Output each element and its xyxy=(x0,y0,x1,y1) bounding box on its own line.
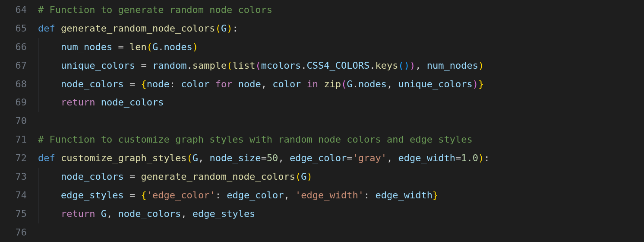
code-token xyxy=(209,79,215,89)
code-token: 'gray' xyxy=(353,153,387,163)
code-token: = xyxy=(124,190,141,201)
line-number: 70 xyxy=(0,112,27,131)
code-token: unique_colors xyxy=(398,79,473,89)
code-line[interactable]: unique_colors = random.sample(list(mcolo… xyxy=(38,57,644,75)
code-editor[interactable]: 64656667686970717273747576 # Function to… xyxy=(0,0,644,242)
code-token: ) xyxy=(410,60,415,71)
code-token: ( xyxy=(186,153,192,163)
code-token: G xyxy=(221,23,227,34)
code-token: , xyxy=(284,190,296,201)
code-token xyxy=(38,60,61,71)
code-token: : xyxy=(364,190,376,201)
line-number: 66 xyxy=(0,38,27,57)
code-token: G xyxy=(193,153,198,163)
code-line[interactable]: node_colors = generate_random_node_color… xyxy=(38,168,644,186)
code-token: ) xyxy=(478,153,484,163)
code-token: 'edge_color' xyxy=(147,190,215,201)
code-token xyxy=(38,79,61,89)
line-number: 71 xyxy=(0,131,27,149)
code-line[interactable] xyxy=(38,223,644,242)
code-token: } xyxy=(432,190,438,201)
code-token xyxy=(38,41,61,52)
code-token: ( xyxy=(147,41,152,52)
code-token: in xyxy=(307,79,319,89)
code-line[interactable]: return node_colors xyxy=(38,93,644,112)
code-token: . xyxy=(158,41,164,52)
code-token: ( xyxy=(341,79,347,89)
code-token: = xyxy=(135,60,152,71)
code-token: node_colors xyxy=(61,79,124,89)
code-token: = xyxy=(347,153,352,163)
code-token: def xyxy=(38,153,55,163)
line-number: 75 xyxy=(0,205,27,223)
code-line[interactable]: return G, node_colors, edge_styles xyxy=(38,205,644,223)
code-token: : xyxy=(215,190,227,201)
code-token: ( xyxy=(215,23,221,34)
line-number: 76 xyxy=(0,223,27,242)
code-token xyxy=(55,153,61,163)
code-token: () xyxy=(398,60,410,71)
indent-guide xyxy=(38,186,38,205)
code-line[interactable] xyxy=(38,112,644,131)
code-token: , xyxy=(107,208,118,219)
code-line[interactable]: def generate_random_node_colors(G): xyxy=(38,19,644,38)
code-line[interactable]: num_nodes = len(G.nodes) xyxy=(38,38,644,57)
code-token: for xyxy=(215,79,233,89)
indent-guide xyxy=(38,57,38,75)
line-number-gutter: 64656667686970717273747576 xyxy=(0,1,38,242)
code-token: : xyxy=(170,79,181,89)
code-token xyxy=(55,23,61,34)
code-line[interactable]: # Function to customize graph styles wit… xyxy=(38,131,644,149)
indent-guide xyxy=(38,38,38,57)
code-token: G xyxy=(101,208,107,219)
code-token: ) xyxy=(307,171,313,182)
line-number: 64 xyxy=(0,1,27,19)
code-token: 'edge_width' xyxy=(295,190,364,201)
code-token xyxy=(38,190,61,201)
code-line[interactable]: node_colors = {node: color for node, col… xyxy=(38,75,644,94)
indent-guide xyxy=(38,75,38,94)
indent-guide xyxy=(38,168,38,186)
code-token: , xyxy=(415,60,427,71)
code-token: } xyxy=(478,79,484,89)
code-token: . xyxy=(353,79,358,89)
code-token: edge_width xyxy=(398,153,455,163)
code-token xyxy=(95,208,101,219)
code-token xyxy=(38,97,61,108)
line-number: 69 xyxy=(0,93,27,112)
code-line[interactable]: edge_styles = {'edge_color': edge_color,… xyxy=(38,186,644,205)
code-token xyxy=(318,79,324,89)
code-token: ) xyxy=(478,60,484,71)
code-token: G xyxy=(347,79,352,89)
code-token: node_colors xyxy=(118,208,181,219)
code-token xyxy=(38,171,61,182)
line-number: 67 xyxy=(0,57,27,75)
code-token: : xyxy=(232,23,238,34)
code-line[interactable]: def customize_graph_styles(G, node_size=… xyxy=(38,149,644,168)
code-token: random xyxy=(152,60,186,71)
code-token: edge_styles xyxy=(193,208,256,219)
code-token: edge_styles xyxy=(61,190,124,201)
code-token: = xyxy=(112,41,129,52)
code-token: customize_graph_styles xyxy=(61,153,186,163)
code-token: len xyxy=(129,41,147,52)
code-token: keys xyxy=(376,60,398,71)
code-token: ) xyxy=(227,23,232,34)
code-token: ( xyxy=(255,60,261,71)
code-token: node xyxy=(147,79,170,89)
code-token: = xyxy=(455,153,461,163)
code-token xyxy=(38,208,61,219)
indent-guide xyxy=(38,205,38,223)
code-token: { xyxy=(141,190,146,201)
code-line[interactable]: # Function to generate random node color… xyxy=(38,1,644,19)
code-token: ) xyxy=(193,41,198,52)
code-token: color xyxy=(181,79,209,89)
code-token: G xyxy=(152,41,158,52)
code-token: return xyxy=(61,208,95,219)
code-token: num_nodes xyxy=(61,41,112,52)
code-token: return xyxy=(61,97,95,108)
code-token: , xyxy=(181,208,193,219)
code-area[interactable]: # Function to generate random node color… xyxy=(38,1,644,242)
code-token: node xyxy=(238,79,261,89)
code-token: generate_random_node_colors xyxy=(141,171,295,182)
